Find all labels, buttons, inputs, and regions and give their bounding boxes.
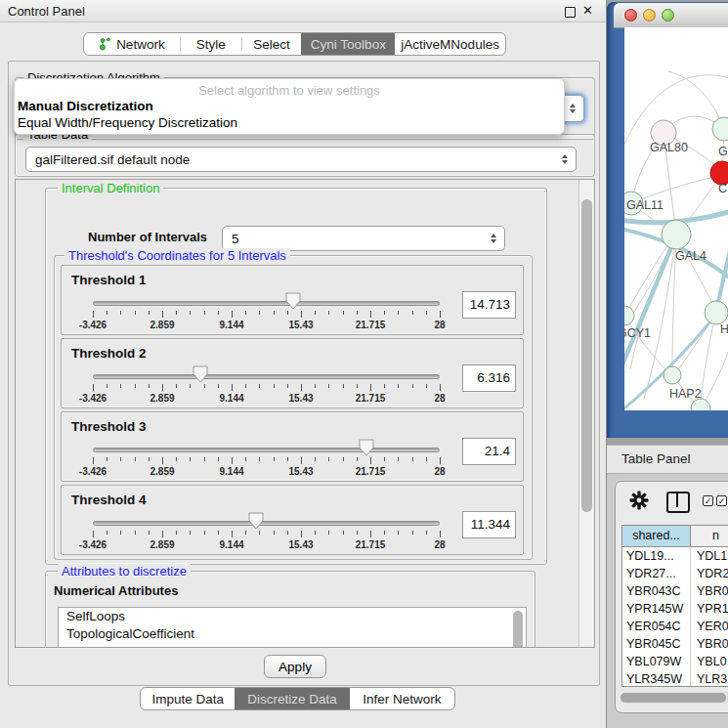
node-hap2[interactable] <box>664 366 681 384</box>
slider-track[interactable] <box>93 301 440 306</box>
slider-thumb[interactable] <box>248 512 264 530</box>
table-row[interactable]: YDR27...YDR2 <box>622 565 728 582</box>
tab-select-label: Select <box>253 37 290 52</box>
cell[interactable]: YER0 <box>691 618 728 635</box>
tab-style-label: Style <box>196 37 226 52</box>
split-view-icon[interactable] <box>666 492 690 513</box>
tick-mark <box>398 531 399 535</box>
slider-ticks <box>93 457 440 465</box>
slider-track[interactable] <box>93 521 440 526</box>
cell[interactable]: YBR0 <box>691 582 728 600</box>
tick-mark <box>259 457 260 461</box>
cell[interactable]: YDR2 <box>691 565 728 582</box>
cell[interactable]: YBR045C <box>622 635 691 653</box>
tab-style[interactable]: Style <box>181 33 241 55</box>
tick-label: -3.426 <box>79 466 107 477</box>
table-row[interactable]: YPR145WYPR1 <box>622 600 728 618</box>
scrollbar-thumb[interactable] <box>581 199 592 512</box>
threshold-value-field[interactable]: 6.316 <box>462 364 516 392</box>
cell[interactable]: YDL1 <box>691 547 728 565</box>
checkbox-icon[interactable]: ✓ <box>716 495 727 506</box>
table-row[interactable]: YBR043CYBR0 <box>622 582 728 600</box>
table-data-combobox[interactable]: galFiltered.sif default node <box>25 147 577 172</box>
column-header-shared-name[interactable]: shared... <box>622 526 691 546</box>
slider-track[interactable] <box>93 374 440 379</box>
threshold-value-field[interactable]: 21.4 <box>462 438 516 465</box>
cell[interactable]: YBR0 <box>691 635 728 653</box>
threshold-value-field[interactable]: 11.344 <box>462 511 516 538</box>
cell[interactable]: YDL19... <box>622 547 691 565</box>
cell[interactable]: YLR3 <box>691 670 728 687</box>
cell[interactable]: YER054C <box>622 618 691 635</box>
cell[interactable]: YBL079W <box>622 653 691 670</box>
tick-mark <box>218 457 219 461</box>
vertical-scrollbar[interactable] <box>578 180 594 647</box>
cell[interactable]: YBR043C <box>622 582 691 600</box>
cell[interactable]: YPR1 <box>691 600 728 618</box>
slider-track[interactable] <box>93 448 440 452</box>
tick-mark <box>328 457 329 461</box>
tab-impute-data[interactable]: Impute Data <box>141 688 235 709</box>
slider-thumb[interactable] <box>285 292 301 310</box>
tab-discretize-data[interactable]: Discretize Data <box>235 688 349 709</box>
numerical-attributes-list[interactable]: SelfLoops TopologicalCoefficient Between… <box>58 607 527 648</box>
threshold-slider[interactable]: -3.4262.8599.14415.4321.71528 <box>93 412 440 481</box>
tab-network[interactable]: Network <box>84 33 180 55</box>
horizontal-scrollbar[interactable] <box>620 692 728 704</box>
list-item[interactable]: BetweennessCentrality <box>59 643 526 648</box>
slider-thumb[interactable] <box>359 439 374 456</box>
threshold-slider[interactable]: -3.4262.8599.14415.4321.71528 <box>93 486 440 554</box>
table-row[interactable]: YER054CYER0 <box>622 618 728 635</box>
tab-cyni-toolbox[interactable]: Cyni Toolbox <box>301 33 395 55</box>
table-row[interactable]: YBR045CYBR0 <box>622 635 728 653</box>
list-item[interactable]: TopologicalCoefficient <box>59 625 526 643</box>
table-row[interactable]: YBL079WYBL0 <box>622 653 728 670</box>
column-header-name[interactable]: n <box>691 526 728 546</box>
threshold-slider[interactable]: -3.4262.8599.14415.4321.71528 <box>93 339 440 407</box>
close-icon[interactable]: ✕ <box>582 3 593 18</box>
network-window-titlebar[interactable] <box>614 3 728 28</box>
close-traffic-light-icon[interactable] <box>624 9 637 21</box>
list-scrollbar-thumb[interactable] <box>513 611 523 648</box>
node-label-partial-g: G <box>718 145 728 158</box>
minimize-traffic-light-icon[interactable] <box>643 9 656 21</box>
list-item[interactable]: SelfLoops <box>59 608 526 625</box>
tick-mark <box>370 457 371 464</box>
table-row[interactable]: YLR345WYLR3 <box>622 670 728 687</box>
cell[interactable]: YPR145W <box>622 600 691 618</box>
node-gal4[interactable] <box>662 220 691 249</box>
float-window-icon[interactable] <box>565 7 576 18</box>
tick-mark <box>357 531 358 535</box>
zoom-traffic-light-icon[interactable] <box>662 9 674 21</box>
horizontal-scrollbar-thumb[interactable] <box>621 693 726 703</box>
node-gcy1[interactable] <box>624 306 634 325</box>
threshold-slider[interactable]: -3.4262.8599.14415.4321.71528 <box>93 266 440 334</box>
tab-select[interactable]: Select <box>242 33 302 55</box>
tick-mark <box>93 457 94 464</box>
table-data-group: Table Data galFiltered.sif default node <box>15 134 595 177</box>
node-label-gcy1: GCY1 <box>624 326 651 340</box>
gear-icon[interactable] <box>629 491 649 510</box>
table-row[interactable]: YDL19...YDL1 <box>622 547 728 565</box>
network-canvas[interactable]: GAL80 G C GAL11 GAL4 GCY1 H HAP2 <box>624 27 728 410</box>
checkbox-icon[interactable]: ✓ <box>703 495 713 506</box>
tick-mark <box>135 311 136 315</box>
tab-infer-network[interactable]: Infer Network <box>350 688 454 709</box>
algorithm-option-equal-width[interactable]: Equal Width/Frequency Discretization <box>18 115 237 130</box>
algorithm-option-manual[interactable]: Manual Discretization <box>18 99 153 113</box>
slider-tick-labels: -3.4262.8599.14415.4321.71528 <box>93 539 440 551</box>
cell[interactable]: YLR345W <box>622 670 691 687</box>
tab-jactivemnodules[interactable]: jActiveMNodules <box>395 33 505 55</box>
node-h[interactable] <box>705 301 728 324</box>
tick-label: 21.715 <box>356 466 386 477</box>
cell[interactable]: YBL0 <box>691 653 728 670</box>
tab-impute-data-label: Impute Data <box>151 692 224 707</box>
tick-mark <box>357 311 358 315</box>
threshold-value-field[interactable]: 14.713 <box>462 291 516 319</box>
apply-button[interactable]: Apply <box>264 655 326 678</box>
tick-label: -3.426 <box>79 539 107 550</box>
slider-thumb[interactable] <box>193 365 208 383</box>
cell[interactable]: YDR27... <box>622 565 691 582</box>
node-partial-top-right[interactable] <box>712 117 728 141</box>
tick-mark <box>232 311 233 318</box>
